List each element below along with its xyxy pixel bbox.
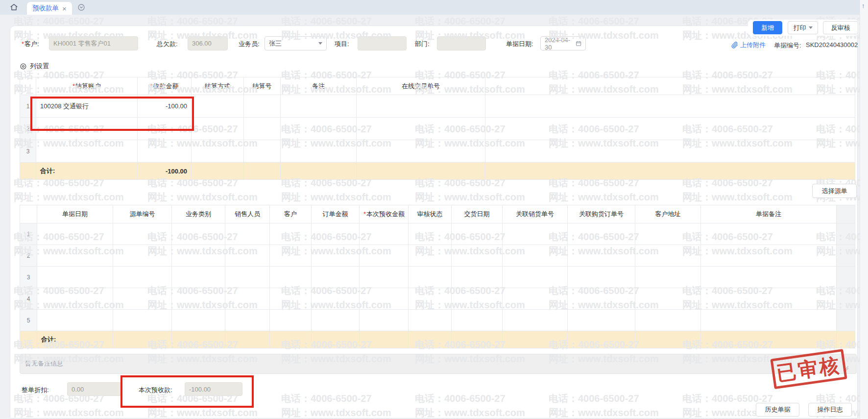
table-cell[interactable] — [312, 310, 360, 331]
table-cell[interactable] — [409, 310, 452, 331]
unaudit-button[interactable]: 反审核 — [823, 21, 858, 34]
select-source-button[interactable]: 选择源单 — [812, 184, 857, 198]
bill-date-input[interactable]: 2024-04-30 — [540, 36, 586, 50]
table-cell[interactable] — [172, 267, 225, 288]
table-cell[interactable] — [138, 118, 192, 140]
table-cell[interactable] — [485, 95, 855, 118]
table-cell[interactable] — [635, 288, 701, 310]
table-cell[interactable] — [360, 288, 409, 310]
table-cell[interactable] — [192, 118, 244, 140]
table-cell[interactable] — [37, 267, 113, 288]
table-cell[interactable] — [568, 267, 635, 288]
table-cell[interactable] — [172, 223, 225, 245]
column-settings-button[interactable]: 列设置 — [20, 62, 49, 71]
table-cell[interactable]: 100208 交通银行 — [36, 95, 138, 118]
table-cell[interactable] — [409, 245, 452, 267]
table-cell[interactable] — [225, 288, 270, 310]
table-cell[interactable] — [635, 245, 701, 267]
table-cell[interactable] — [244, 140, 281, 163]
table-cell[interactable] — [312, 288, 360, 310]
table-cell[interactable] — [701, 223, 837, 245]
table-cell[interactable] — [568, 223, 635, 245]
table-cell[interactable] — [568, 288, 635, 310]
table-cell[interactable]: -100.00 — [138, 95, 192, 118]
table-cell[interactable] — [192, 95, 244, 118]
table-cell[interactable] — [113, 267, 172, 288]
table-cell[interactable] — [244, 118, 281, 140]
table-cell[interactable] — [244, 95, 281, 118]
print-button[interactable]: 打印 — [788, 21, 818, 34]
table-cell[interactable] — [701, 245, 837, 267]
tab-list-icon[interactable] — [77, 3, 85, 13]
scrollbar-track[interactable]: ↑ — [860, 0, 868, 419]
table-cell[interactable] — [409, 288, 452, 310]
table-cell[interactable] — [635, 310, 701, 331]
table-cell[interactable] — [503, 245, 568, 267]
table-cell[interactable] — [503, 310, 568, 331]
table-cell[interactable] — [37, 310, 113, 331]
table-cell[interactable] — [701, 288, 837, 310]
upload-attachment-link[interactable]: 上传附件 — [731, 41, 766, 49]
add-button[interactable]: 新增 — [753, 21, 782, 34]
table-cell[interactable] — [452, 310, 503, 331]
table-cell[interactable] — [409, 223, 452, 245]
table-cell[interactable] — [503, 267, 568, 288]
table-cell[interactable] — [36, 140, 138, 163]
table-cell[interactable] — [172, 310, 225, 331]
table-cell[interactable] — [270, 267, 312, 288]
table-cell[interactable] — [192, 140, 244, 163]
table-cell[interactable] — [312, 223, 360, 245]
table-cell[interactable] — [270, 245, 312, 267]
table-cell[interactable] — [635, 267, 701, 288]
table-cell[interactable] — [225, 223, 270, 245]
table-cell[interactable] — [701, 267, 837, 288]
table-cell[interactable] — [357, 140, 485, 163]
table-cell[interactable] — [485, 118, 855, 140]
table-cell[interactable] — [452, 223, 503, 245]
table-cell[interactable] — [172, 288, 225, 310]
table-cell[interactable] — [503, 223, 568, 245]
table-cell[interactable] — [281, 118, 357, 140]
table-cell[interactable] — [452, 245, 503, 267]
resize-handle-icon[interactable] — [844, 366, 848, 371]
home-icon[interactable] — [10, 3, 18, 13]
table-cell[interactable] — [452, 288, 503, 310]
table-cell[interactable] — [360, 267, 409, 288]
table-cell[interactable] — [360, 245, 409, 267]
table-cell[interactable] — [172, 245, 225, 267]
table-cell[interactable] — [503, 288, 568, 310]
remark-textarea[interactable]: 暂无备注信息 — [20, 354, 857, 374]
table-cell[interactable] — [360, 223, 409, 245]
close-icon[interactable]: × — [62, 5, 67, 12]
table-cell[interactable] — [357, 118, 485, 140]
table-cell[interactable] — [225, 245, 270, 267]
table-cell[interactable] — [113, 245, 172, 267]
table-cell[interactable] — [312, 267, 360, 288]
table-cell[interactable] — [357, 95, 485, 118]
table-cell[interactable] — [270, 288, 312, 310]
salesman-select[interactable]: 张三 — [265, 36, 327, 50]
table-cell[interactable] — [113, 288, 172, 310]
table-cell[interactable] — [113, 310, 172, 331]
table-cell[interactable] — [360, 310, 409, 331]
history-documents-button[interactable]: 历史单据 — [756, 403, 799, 417]
table-cell[interactable] — [568, 245, 635, 267]
table-cell[interactable] — [485, 140, 855, 163]
table-cell[interactable] — [270, 223, 312, 245]
table-cell[interactable] — [36, 118, 138, 140]
table-cell[interactable] — [409, 267, 452, 288]
scroll-up-icon[interactable]: ↑ — [862, 2, 865, 9]
table-cell[interactable] — [37, 288, 113, 310]
table-cell[interactable] — [312, 245, 360, 267]
table-cell[interactable] — [138, 140, 192, 163]
table-cell[interactable] — [37, 245, 113, 267]
operation-log-button[interactable]: 操作日志 — [808, 403, 852, 417]
table-cell[interactable] — [225, 310, 270, 331]
table-cell[interactable] — [113, 223, 172, 245]
table-cell[interactable] — [281, 140, 357, 163]
table-cell[interactable] — [270, 310, 312, 331]
table-cell[interactable] — [701, 310, 837, 331]
table-cell[interactable] — [635, 223, 701, 245]
tab-prepayment-receipt[interactable]: 预收款单 × — [27, 2, 72, 15]
table-cell[interactable] — [452, 267, 503, 288]
